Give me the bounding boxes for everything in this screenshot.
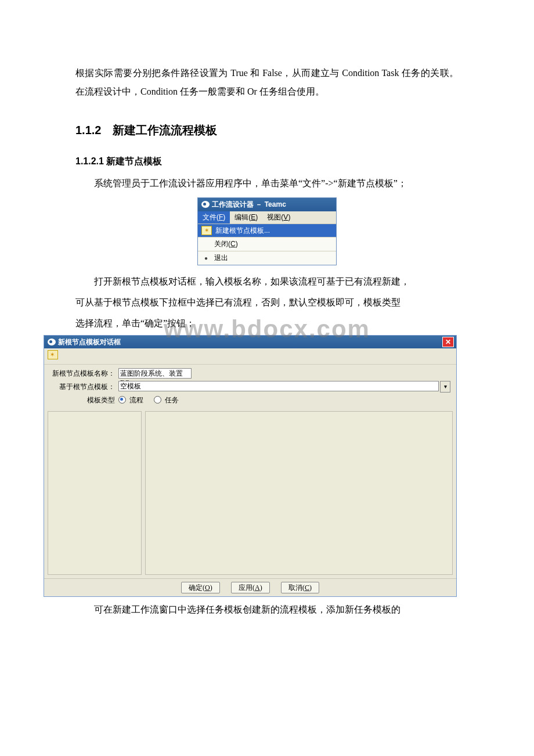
radio-task[interactable] (154, 396, 161, 404)
paragraph-step2a: 打开新根节点模板对话框，输入模板名称，如果该流程可基于已有流程新建， (75, 272, 459, 291)
file-menu-dropdown: 新建根节点模板... 关闭(C) 退出 (198, 224, 336, 265)
canvas-pane[interactable] (145, 411, 453, 575)
label-template-name: 新根节点模板名称： (50, 368, 118, 379)
cancel-button[interactable]: 取消(C) (281, 582, 319, 593)
dialog-button-row: 确定(O) 应用(A) 取消(C) (44, 578, 456, 596)
menu-item-close[interactable]: 关闭(C) (198, 237, 336, 251)
radio-task-label: 任务 (165, 395, 179, 405)
close-button[interactable]: ✕ (442, 337, 454, 347)
dialog-screenshot: 新根节点模板对话框 ✕ 新根节点模板名称： 蓝图阶段系统、装置BO 基于根节点模… (44, 335, 457, 597)
blank-icon (201, 240, 211, 249)
paragraph-step2b: 可从基于根节点模板下拉框中选择已有流程，否则，默认空模板即可，模板类型 (75, 293, 459, 312)
tree-pane[interactable] (48, 411, 142, 575)
menu-file[interactable]: 文件(F) (198, 211, 230, 224)
combo-dropdown-button[interactable]: ▾ (440, 381, 450, 393)
menu-item-label: 关闭(C) (214, 239, 238, 249)
menu-edit[interactable]: 编辑(E) (230, 211, 262, 224)
menu-item-exit[interactable]: 退出 (198, 251, 336, 265)
menubar: 文件(F) 编辑(E) 视图(V) (198, 211, 336, 224)
exit-icon (201, 254, 211, 262)
label-based-on: 基于根节点模板： (50, 381, 118, 392)
apply-button[interactable]: 应用(A) (231, 582, 270, 593)
ok-button[interactable]: 确定(O) (181, 582, 220, 593)
radio-flow-label: 流程 (129, 395, 143, 405)
new-template-icon (201, 226, 212, 235)
menu-item-new-root-template[interactable]: 新建根节点模板... (198, 224, 336, 237)
heading-1-1-2: 1.1.2 新建工作流流程模板 (75, 118, 459, 142)
dialog-form: 新根节点模板名称： 蓝图阶段系统、装置BO 基于根节点模板： 空模板 ▾ 模板类… (44, 365, 456, 411)
window-title: 工作流设计器 － Teamc (212, 200, 286, 210)
heading-1-1-2-1: 1.1.2.1 新建节点模板 (75, 152, 459, 171)
toolbar-icon[interactable] (48, 350, 58, 359)
paragraph-step2c: 选择流程，单击“确定”按钮； (75, 314, 459, 333)
dialog-title: 新根节点模板对话框 (58, 337, 121, 347)
dialog-toolbar (44, 348, 456, 365)
paragraph-after-dialog: 可在新建工作流窗口中选择任务模板创建新的流程模板，添加新任务模板的 (75, 600, 459, 619)
window-titlebar: 工作流设计器 － Teamc (198, 198, 336, 211)
app-icon (48, 339, 56, 345)
label-template-type: 模板类型 (50, 395, 118, 405)
dialog-titlebar: 新根节点模板对话框 ✕ (44, 336, 456, 348)
paragraph-step1: 系统管理员于工作流设计器应用程序中，单击菜单“文件”->“新建节点模板”； (75, 174, 459, 193)
menu-view[interactable]: 视图(V) (262, 211, 295, 224)
menu-screenshot: 工作流设计器 － Teamc 文件(F) 编辑(E) 视图(V) 新建根节点模板… (197, 197, 337, 265)
menu-item-label: 退出 (214, 253, 228, 263)
combo-based-on[interactable]: 空模板 (118, 381, 439, 391)
radio-group-type: 流程 任务 (118, 395, 179, 405)
menu-item-label: 新建根节点模板... (215, 226, 270, 236)
input-template-name[interactable]: 蓝图阶段系统、装置BO (118, 368, 192, 379)
dialog-canvas-area (44, 411, 456, 578)
paragraph-intro: 根据实际需要分别把条件路径设置为 True 和 False，从而建立与 Cond… (75, 64, 459, 101)
app-icon (201, 201, 210, 208)
radio-flow[interactable] (118, 396, 126, 404)
